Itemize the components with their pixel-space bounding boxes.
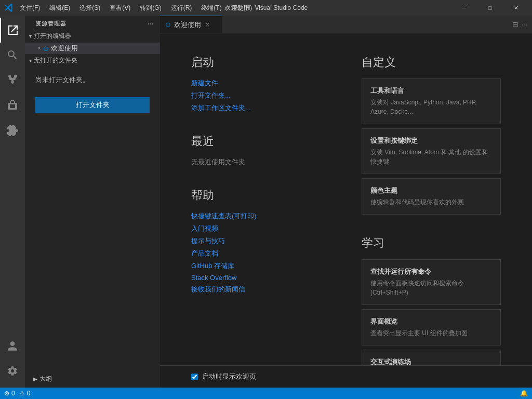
close-button[interactable]: ✕ <box>504 0 528 16</box>
status-errors[interactable]: ⊗ 0 ⚠ 0 <box>4 390 30 397</box>
interactive-playground-card[interactable]: 交互式演练场 在简短的演练中尝试基本的编辑器功能 <box>362 350 501 365</box>
help-heading: 帮助 <box>191 188 330 203</box>
open-editors-section[interactable]: ▾ 打开的编辑器 <box>25 30 160 43</box>
color-theme-desc: 使编辑器和代码呈现你喜欢的外观 <box>370 197 492 207</box>
menu-run[interactable]: 运行(R) <box>167 3 196 14</box>
sidebar: 资源管理器 ··· ▾ 打开的编辑器 × ⊙ 欢迎使用 ▾ 无打开的文件夹 尚未… <box>25 16 160 388</box>
checkbox-row: 启动时显示欢迎页 <box>160 365 532 388</box>
recent-section: 最近 无最近使用文件夹 <box>191 134 330 167</box>
tab-label-welcome: 欢迎使用 <box>174 20 201 30</box>
open-folder-link[interactable]: 打开文件夹... <box>191 91 330 100</box>
minimize-button[interactable]: ─ <box>452 0 476 16</box>
color-theme-card[interactable]: 颜色主题 使编辑器和代码呈现你喜欢的外观 <box>362 178 501 215</box>
main-area: 资源管理器 ··· ▾ 打开的编辑器 × ⊙ 欢迎使用 ▾ 无打开的文件夹 尚未… <box>0 16 532 388</box>
status-bar: ⊗ 0 ⚠ 0 🔔 <box>0 388 532 399</box>
menu-view[interactable]: 查看(V) <box>105 3 135 14</box>
activity-search[interactable] <box>0 43 25 68</box>
interface-overview-desc: 查看突出显示主要 UI 组件的叠加图 <box>370 328 492 338</box>
show-welcome-checkbox[interactable] <box>191 374 198 380</box>
menu-edit[interactable]: 编辑(E) <box>45 3 74 14</box>
file-item-welcome[interactable]: × ⊙ 欢迎使用 <box>25 43 160 54</box>
no-folder-section[interactable]: ▾ 无打开的文件夹 <box>25 54 160 67</box>
app-container: 资源管理器 ··· ▾ 打开的编辑器 × ⊙ 欢迎使用 ▾ 无打开的文件夹 尚未… <box>0 16 532 399</box>
tools-title: 工具和语言 <box>370 86 492 96</box>
status-right: 🔔 <box>520 390 528 397</box>
tab-more-button[interactable]: ··· <box>522 20 528 29</box>
split-editor-button[interactable]: ⊟ <box>512 20 518 29</box>
warning-count: 0 <box>27 390 31 397</box>
activity-bar-bottom <box>0 334 25 388</box>
shortcut-link[interactable]: 快捷键速查表(可打印) <box>191 211 330 221</box>
color-theme-title: 颜色主题 <box>370 186 492 195</box>
open-folder-button[interactable]: 打开文件夹 <box>35 97 150 113</box>
no-folder-message: 尚未打开文件夹。 <box>25 67 160 93</box>
status-notification[interactable]: 🔔 <box>520 390 528 397</box>
tools-languages-card[interactable]: 工具和语言 安装对 JavaScript, Python, Java, PHP,… <box>362 78 501 124</box>
interface-overview-card[interactable]: 界面概览 查看突出显示主要 UI 组件的叠加图 <box>362 309 501 345</box>
sidebar-header: 资源管理器 ··· <box>25 16 160 30</box>
recent-heading: 最近 <box>191 134 330 149</box>
welcome-content: 启动 新建文件 打开文件夹... 添加工作区文件夹... 最近 无最近使用文件夹… <box>160 34 532 365</box>
window-title: 欢迎使用 - Visual Studio Code <box>224 4 308 12</box>
customize-heading: 自定义 <box>362 55 501 70</box>
editor-area: ⊙ 欢迎使用 × ⊟ ··· 启动 新建文件 打开文件夹... 添加工作区文件夹 <box>160 16 532 388</box>
intro-video-link[interactable]: 入门视频 <box>191 224 330 233</box>
keybindings-card[interactable]: 设置和按键绑定 安装 Vim, Sublime, Atom 和 其他 的设置和快… <box>362 128 501 174</box>
activity-debug[interactable] <box>0 92 25 117</box>
add-workspace-link[interactable]: 添加工作区文件夹... <box>191 103 330 113</box>
titlebar: 文件(F) 编辑(E) 选择(S) 查看(V) 转到(G) 运行(R) 终端(T… <box>0 0 532 16</box>
outline-arrow: ▶ <box>33 376 37 382</box>
tools-desc: 安装对 JavaScript, Python, Java, PHP, Azure… <box>370 98 492 116</box>
titlebar-menu: 文件(F) 编辑(E) 选择(S) 查看(V) 转到(G) 运行(R) 终端(T… <box>16 3 256 14</box>
file-name: 欢迎使用 <box>51 44 78 53</box>
no-folder-label: 无打开的文件夹 <box>34 56 77 65</box>
tab-welcome[interactable]: ⊙ 欢迎使用 × <box>160 16 222 33</box>
error-count: 0 <box>11 390 15 397</box>
learn-heading: 学习 <box>362 235 501 251</box>
file-type-icon: ⊙ <box>43 45 49 52</box>
activity-extensions[interactable] <box>0 117 25 142</box>
menu-terminal[interactable]: 终端(T) <box>197 3 225 14</box>
menu-selection[interactable]: 选择(S) <box>75 3 104 14</box>
activity-scm[interactable] <box>0 68 25 92</box>
github-link[interactable]: GitHub 存储库 <box>191 261 330 271</box>
tips-link[interactable]: 提示与技巧 <box>191 236 330 246</box>
docs-link[interactable]: 产品文档 <box>191 249 330 258</box>
no-folder-arrow: ▾ <box>29 58 32 63</box>
window-controls: ─ □ ✕ <box>452 0 528 16</box>
find-commands-desc: 使用命令面板快速访问和搜索命令 (Ctrl+Shift+P) <box>370 278 492 297</box>
activity-explorer[interactable] <box>0 18 25 43</box>
show-welcome-label[interactable]: 启动时显示欢迎页 <box>202 372 256 381</box>
activity-account[interactable] <box>0 334 25 358</box>
tab-bar: ⊙ 欢迎使用 × ⊟ ··· <box>160 16 532 34</box>
open-editors-arrow: ▾ <box>29 33 32 39</box>
titlebar-left: 文件(F) 编辑(E) 选择(S) 查看(V) 转到(G) 运行(R) 终端(T… <box>4 3 256 14</box>
learn-section: 学习 查找并运行所有命令 使用命令面板快速访问和搜索命令 (Ctrl+Shift… <box>362 235 501 365</box>
open-editors-label: 打开的编辑器 <box>34 32 71 41</box>
sidebar-bottom: ▶ 大纲 <box>25 370 160 388</box>
warning-icon: ⚠ <box>19 390 25 397</box>
vscode-logo <box>4 3 14 12</box>
welcome-right: 自定义 工具和语言 安装对 JavaScript, Python, Java, … <box>362 55 501 344</box>
recent-empty: 无最近使用文件夹 <box>191 158 245 166</box>
menu-goto[interactable]: 转到(G) <box>136 3 165 14</box>
help-section: 帮助 快捷键速查表(可打印) 入门视频 提示与技巧 产品文档 GitHub 存储… <box>191 188 330 294</box>
activity-bar <box>0 16 25 388</box>
find-commands-card[interactable]: 查找并运行所有命令 使用命令面板快速访问和搜索命令 (Ctrl+Shift+P) <box>362 259 501 305</box>
tab-right-actions: ⊟ ··· <box>508 16 532 33</box>
stackoverflow-link[interactable]: Stack Overflow <box>191 274 330 282</box>
tab-close-welcome[interactable]: × <box>204 21 211 29</box>
sidebar-more-icon[interactable]: ··· <box>148 21 154 27</box>
menu-file[interactable]: 文件(F) <box>16 3 44 14</box>
newsletter-link[interactable]: 接收我们的新闻信 <box>191 285 330 294</box>
interactive-playground-title: 交互式演练场 <box>370 357 492 365</box>
sidebar-title: 资源管理器 <box>35 20 66 28</box>
tab-icon-welcome: ⊙ <box>165 21 171 29</box>
outline-section[interactable]: ▶ 大纲 <box>29 373 156 385</box>
outline-label: 大纲 <box>39 375 52 383</box>
file-close-icon[interactable]: × <box>37 45 41 52</box>
new-file-link[interactable]: 新建文件 <box>191 78 330 88</box>
maximize-button[interactable]: □ <box>478 0 502 16</box>
keybindings-title: 设置和按键绑定 <box>370 136 492 145</box>
activity-settings[interactable] <box>0 358 25 383</box>
